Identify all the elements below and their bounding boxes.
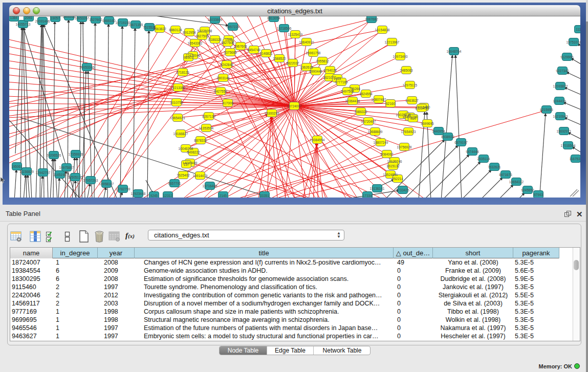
svg-text:10654112: 10654112 <box>509 180 524 184</box>
svg-text:9084067: 9084067 <box>380 152 394 156</box>
svg-text:8938923: 8938923 <box>441 135 454 139</box>
svg-text:17016504: 17016504 <box>561 144 576 147</box>
svg-text:19057: 19057 <box>51 16 60 20</box>
svg-text:9657791: 9657791 <box>168 182 181 185</box>
svg-text:15300293: 15300293 <box>265 112 279 115</box>
svg-text:17334: 17334 <box>363 194 372 198</box>
svg-text:7955812: 7955812 <box>316 59 329 63</box>
svg-text:12213389: 12213389 <box>171 86 186 90</box>
svg-text:9463627: 9463627 <box>405 99 419 102</box>
svg-text:12093872: 12093872 <box>553 84 568 88</box>
svg-text:1384: 1384 <box>10 16 18 19</box>
svg-text:17957263: 17957263 <box>83 179 98 182</box>
svg-text:1527602: 1527602 <box>89 18 102 21</box>
svg-text:9227342: 9227342 <box>556 69 569 73</box>
svg-text:53226058: 53226058 <box>198 29 212 33</box>
svg-text:8878332: 8878332 <box>194 139 207 142</box>
svg-text:9827506: 9827506 <box>221 41 234 45</box>
svg-text:9699695: 9699695 <box>421 122 434 125</box>
svg-text:15751074: 15751074 <box>567 40 580 44</box>
svg-text:8912954: 8912954 <box>183 31 196 34</box>
svg-text:12975115: 12975115 <box>403 83 418 87</box>
svg-text:1440954: 1440954 <box>432 129 445 133</box>
svg-text:12505135: 12505135 <box>68 176 83 179</box>
svg-text:1167533: 1167533 <box>570 157 580 161</box>
svg-text:33351: 33351 <box>260 194 269 198</box>
svg-text:16671355: 16671355 <box>128 23 143 27</box>
svg-text:3375685: 3375685 <box>224 51 237 54</box>
svg-text:7485063: 7485063 <box>400 69 413 72</box>
svg-text:10653267: 10653267 <box>75 16 90 20</box>
svg-text:12213967: 12213967 <box>385 40 400 44</box>
svg-text:1117: 1117 <box>576 28 580 31</box>
svg-text:2967608: 2967608 <box>234 45 247 48</box>
svg-text:1733426: 1733426 <box>396 188 409 192</box>
svg-text:2935114: 2935114 <box>477 157 490 161</box>
svg-text:2087682: 2087682 <box>365 17 378 21</box>
svg-text:9474444: 9474444 <box>466 150 479 154</box>
svg-text:8267130: 8267130 <box>202 115 215 118</box>
svg-text:8990448: 8990448 <box>309 70 322 73</box>
svg-text:12923448: 12923448 <box>131 192 146 195</box>
svg-text:157: 157 <box>184 163 189 166</box>
svg-text:8215955: 8215955 <box>540 108 553 112</box>
svg-text:9777169: 9777169 <box>335 80 348 84</box>
svg-text:2145: 2145 <box>220 194 227 198</box>
svg-text:18724007: 18724007 <box>287 104 302 108</box>
svg-text:417006: 417006 <box>222 101 233 105</box>
svg-text:10688609: 10688609 <box>368 130 383 134</box>
svg-text:62160: 62160 <box>386 102 395 105</box>
svg-text:1615132: 1615132 <box>386 164 400 168</box>
svg-text:19756928: 19756928 <box>397 145 412 149</box>
svg-text:2803144: 2803144 <box>216 76 230 80</box>
svg-text:7625402: 7625402 <box>177 173 190 177</box>
svg-text:8186328: 8186328 <box>208 38 222 41</box>
svg-text:8113400: 8113400 <box>416 106 428 110</box>
svg-text:16914479: 16914479 <box>193 174 208 178</box>
svg-text:8813054: 8813054 <box>267 16 280 20</box>
svg-text:10975887: 10975887 <box>59 166 74 169</box>
svg-text:15136141: 15136141 <box>370 187 385 190</box>
svg-text:7986322: 7986322 <box>354 110 367 114</box>
svg-text:1244419: 1244419 <box>553 99 566 103</box>
svg-text:6466160: 6466160 <box>102 19 116 23</box>
svg-text:2718129: 2718129 <box>176 71 189 74</box>
svg-text:12312: 12312 <box>163 194 172 198</box>
svg-text:15716485: 15716485 <box>203 184 217 188</box>
svg-text:1453: 1453 <box>334 77 341 80</box>
svg-text:20091406: 20091406 <box>35 19 50 23</box>
svg-text:15692971: 15692971 <box>557 129 572 133</box>
svg-text:1588520: 1588520 <box>273 57 286 60</box>
svg-text:20053346: 20053346 <box>80 65 95 69</box>
svg-text:20206526: 20206526 <box>47 154 61 157</box>
svg-text:98901: 98901 <box>184 56 193 59</box>
svg-text:1145194: 1145194 <box>54 173 67 177</box>
svg-text:8822037: 8822037 <box>286 61 299 65</box>
svg-text:16640910: 16640910 <box>299 40 314 44</box>
svg-text:9245652: 9245652 <box>521 188 534 192</box>
svg-text:16154838: 16154838 <box>375 28 390 32</box>
svg-text:16210643: 16210643 <box>553 115 568 118</box>
svg-text:2091: 2091 <box>25 16 33 19</box>
svg-text:6794028: 6794028 <box>323 69 337 72</box>
svg-text:8454749: 8454749 <box>247 48 260 52</box>
svg-text:17359928: 17359928 <box>69 152 83 156</box>
svg-text:19384554: 19384554 <box>310 138 325 142</box>
svg-text:16961758: 16961758 <box>306 51 321 55</box>
svg-text:10958187: 10958187 <box>99 182 114 186</box>
svg-text:19654923: 19654923 <box>170 116 185 120</box>
svg-text:19218506: 19218506 <box>277 27 292 30</box>
svg-text:8860124: 8860124 <box>169 28 182 32</box>
svg-text:13524851: 13524851 <box>383 173 398 177</box>
svg-text:9245: 9245 <box>150 194 158 198</box>
svg-text:9827503: 9827503 <box>195 34 209 38</box>
svg-text:7663822: 7663822 <box>153 27 166 31</box>
svg-text:19166827: 19166827 <box>173 132 188 136</box>
svg-text:252214: 252214 <box>392 177 403 181</box>
svg-text:6879197: 6879197 <box>454 141 468 144</box>
svg-text:16782759: 16782759 <box>116 187 130 191</box>
svg-text:9146821: 9146821 <box>259 52 273 55</box>
svg-text:8471676: 8471676 <box>499 173 512 177</box>
svg-text:16543382: 16543382 <box>188 41 203 45</box>
svg-text:15720407: 15720407 <box>361 120 376 123</box>
